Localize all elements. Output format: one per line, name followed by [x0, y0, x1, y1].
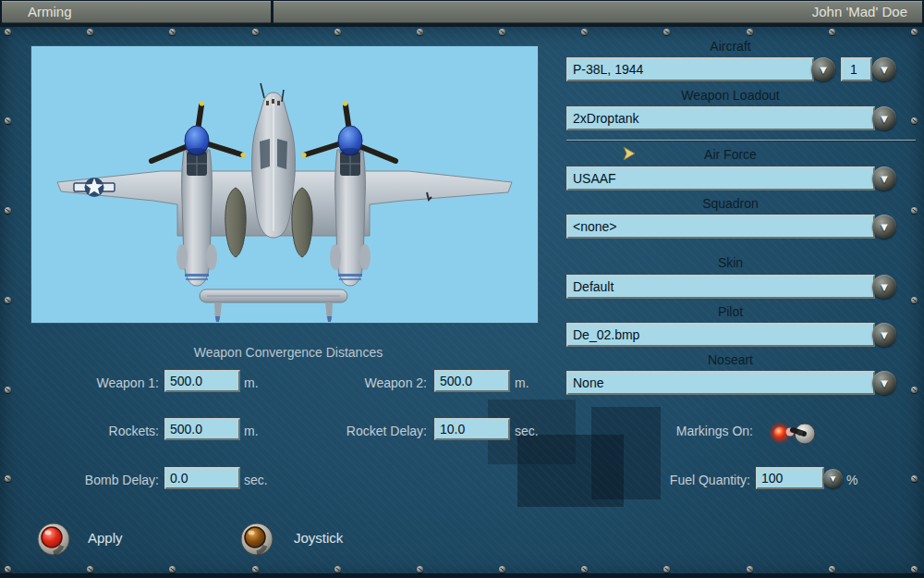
screw-icon [252, 566, 259, 572]
chevron-down-icon: ▼ [818, 64, 830, 76]
screw-icon [87, 29, 93, 35]
section-divider [566, 140, 916, 141]
fuel-quantity-label: Fuel Quantity: [554, 473, 750, 487]
screw-icon [5, 207, 11, 214]
screw-icon [334, 566, 341, 572]
rocket-delay-input[interactable] [434, 418, 510, 440]
screw-icon [499, 29, 505, 35]
bottom-frame-edge [0, 573, 924, 578]
markings-light-icon [774, 427, 786, 439]
aircraft-select[interactable]: P-38L, 1944 [566, 57, 814, 81]
title-bar: Arming John 'Mad' Doe [0, 0, 924, 24]
squadron-dropdown-button[interactable]: ▼ [872, 215, 896, 239]
apply-button[interactable] [34, 520, 73, 559]
screw-icon [5, 387, 11, 393]
screw-icon [911, 207, 918, 214]
noseart-label: Noseart [566, 352, 894, 367]
rocket-delay-label: Rocket Delay: [259, 424, 427, 438]
pilot-select[interactable]: De_02.bmp [566, 323, 875, 347]
loadout-dropdown-button[interactable]: ▼ [872, 106, 896, 130]
rocket-delay-unit: sec. [515, 424, 539, 438]
weapon1-input[interactable] [164, 370, 240, 392]
screw-icon [169, 29, 176, 35]
apply-button-label[interactable]: Apply [88, 530, 123, 546]
fuel-unit: % [846, 473, 857, 487]
aircraft-preview [30, 45, 539, 324]
screw-icon [252, 29, 259, 35]
bomb-delay-label: Bomb Delay: [18, 473, 159, 487]
markings-label: Markings On: [573, 424, 753, 438]
player-name: John 'Mad' Doe [812, 4, 907, 19]
player-name-tab: John 'Mad' Doe [274, 1, 922, 23]
screw-icon [581, 566, 588, 572]
skin-select[interactable]: Default [566, 275, 875, 299]
airforce-select[interactable]: USAAF [566, 166, 875, 191]
screw-icon [911, 29, 918, 35]
weapon2-input[interactable] [434, 370, 510, 392]
screen-title-tab: Arming [2, 1, 271, 23]
screw-icon [911, 117, 918, 124]
aircraft-dropdown-button[interactable]: ▼ [811, 57, 835, 81]
screw-icon [911, 566, 918, 572]
weapon1-label: Weapon 1: [18, 375, 159, 390]
screw-icon [663, 566, 670, 572]
screw-icon [417, 29, 423, 35]
noseart-select[interactable]: None [566, 371, 875, 395]
fuel-quantity-input[interactable] [756, 467, 824, 489]
airforce-dropdown-button[interactable]: ▼ [872, 166, 896, 191]
convergence-title: Weapon Convergence Distances [103, 345, 473, 360]
pilot-label: Pilot [566, 304, 894, 319]
aircraft-label: Aircraft [566, 39, 894, 54]
screw-icon [581, 29, 588, 35]
aircraft-top-view-image [31, 46, 538, 323]
chevron-down-icon: ▼ [879, 173, 891, 185]
bomb-delay-unit: sec. [244, 473, 268, 487]
weapon1-unit: m. [244, 375, 259, 390]
screw-icon [5, 29, 11, 35]
loadout-label: Weapon Loadout [566, 88, 894, 103]
bomb-delay-input[interactable] [164, 467, 240, 489]
rockets-label: Rockets: [18, 424, 159, 438]
aircraft-count-dropdown-button[interactable]: ▼ [872, 57, 896, 81]
screw-icon [911, 297, 918, 303]
screw-icon [5, 566, 11, 572]
screw-icon [829, 29, 835, 35]
rockets-input[interactable] [164, 418, 240, 440]
screw-icon [499, 566, 505, 572]
screw-icon [829, 566, 835, 572]
chevron-down-icon: ▼ [879, 281, 891, 293]
squadron-label: Squadron [566, 196, 894, 211]
fuel-dropdown-button[interactable]: ▼ [823, 469, 843, 488]
weapon2-label: Weapon 2: [259, 375, 427, 390]
chevron-down-icon: ▼ [879, 377, 891, 389]
arming-screen: Arming John 'Mad' Doe [0, 0, 924, 578]
chevron-down-icon: ▼ [879, 113, 891, 125]
chevron-down-icon: ▼ [879, 64, 891, 76]
joystick-button-label[interactable]: Joystick [294, 530, 343, 546]
screw-icon [911, 387, 918, 393]
skin-label: Skin [566, 255, 894, 270]
airforce-label: Air Force [566, 147, 894, 162]
pilot-dropdown-button[interactable]: ▼ [872, 323, 896, 347]
screw-icon [911, 475, 918, 482]
screw-icon [5, 475, 11, 482]
noseart-dropdown-button[interactable]: ▼ [872, 371, 896, 395]
screw-icon [169, 566, 176, 572]
mouse-cursor-icon [623, 146, 638, 163]
screw-icon [663, 29, 670, 35]
apply-button-red-cap [42, 527, 62, 547]
chevron-down-icon: ▼ [879, 329, 891, 341]
screw-icon [417, 566, 423, 572]
rockets-unit: m. [244, 424, 259, 438]
loadout-select[interactable]: 2xDroptank [566, 106, 875, 130]
skin-dropdown-button[interactable]: ▼ [872, 275, 896, 299]
screen-title: Arming [28, 4, 72, 19]
joystick-button[interactable] [237, 520, 276, 559]
screw-icon [334, 29, 341, 35]
markings-toggle[interactable] [767, 416, 821, 449]
weapon2-unit: m. [515, 375, 529, 390]
screw-icon [5, 297, 11, 303]
aircraft-count-input[interactable] [841, 57, 872, 81]
squadron-select[interactable]: <none> [566, 215, 875, 239]
toggle-lever-base [797, 430, 803, 436]
